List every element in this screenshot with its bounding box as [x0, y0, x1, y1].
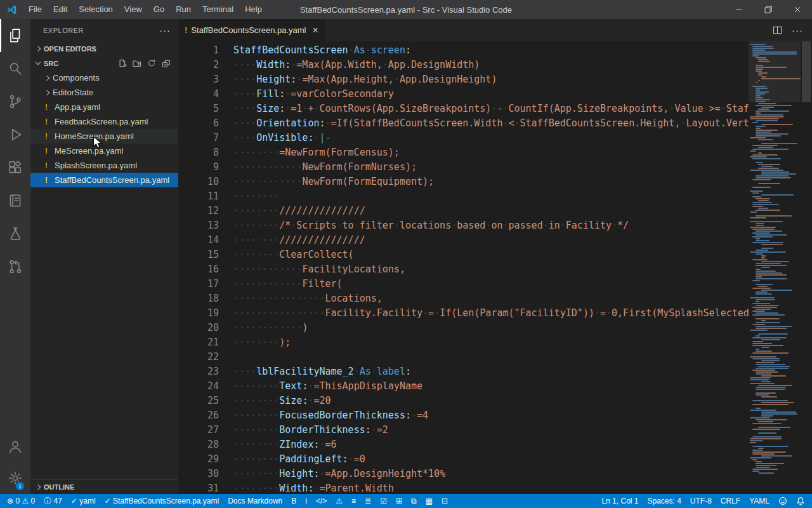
image-icon[interactable]: ▦	[421, 494, 437, 508]
file-label: FeedbackScreen.pa.yaml	[55, 117, 148, 126]
folder-components[interactable]: Components	[30, 70, 178, 85]
table-icon[interactable]: ⊡	[437, 494, 452, 508]
italic-button[interactable]: i	[301, 494, 311, 508]
file-mescreen-pa-yaml[interactable]: !MeScreen.pa.yaml	[30, 144, 178, 158]
link-icon[interactable]: ⧉	[407, 494, 421, 508]
menu-help[interactable]: Help	[239, 0, 268, 19]
indentation[interactable]: Spaces: 4	[643, 494, 685, 508]
file-check-label: ✓ StaffBedCountsScreen.pa.yaml	[105, 497, 219, 505]
code-line: ····Size:·=1·+·CountRows(App.SizeBreakpo…	[233, 102, 749, 116]
menu-view[interactable]: View	[119, 0, 148, 19]
insert-snippet-icon[interactable]: ⊞	[391, 494, 407, 508]
numbered-list-icon[interactable]: ≣	[360, 494, 376, 508]
file-check[interactable]: ✓ StaffBedCountsScreen.pa.yaml	[100, 494, 224, 508]
line-number: 28	[178, 438, 219, 452]
src-section[interactable]: SRC	[30, 56, 178, 70]
code-line: ········/*·Scripts·to·filter·locations·b…	[233, 218, 749, 233]
cursor-position[interactable]: Ln 1, Col 1	[597, 494, 643, 508]
warning-badge: !	[42, 103, 51, 112]
activity-bottom: 1	[0, 431, 30, 494]
task-list-icon[interactable]: ☑	[376, 494, 391, 508]
eol-sequence[interactable]: CRLF	[716, 494, 745, 508]
run-and-debug-icon[interactable]	[0, 118, 30, 151]
editor-scrollbar[interactable]	[801, 41, 812, 494]
line-numbers: 1234567891011121314151617181920212223242…	[178, 41, 233, 494]
tab-label: StaffBedCountsScreen.pa.yaml	[191, 25, 306, 35]
extensions-icon[interactable]	[0, 151, 30, 184]
alert-icon-label: ⚠	[336, 497, 343, 505]
settings-icon[interactable]: 1	[0, 462, 30, 494]
line-number: 2	[178, 58, 219, 72]
outline-section[interactable]: OUTLINE	[30, 479, 178, 494]
notebook-icon[interactable]	[0, 184, 30, 217]
explorer-sidebar: EXPLORER ··· OPEN EDITORS SRC Components…	[30, 19, 178, 494]
feedback-smiley[interactable]	[774, 494, 792, 508]
menu-selection[interactable]: Selection	[73, 0, 118, 19]
chevron-down-icon	[36, 60, 41, 65]
editor-actions: ···	[772, 19, 812, 41]
file-label: SplashScreen.pa.yaml	[55, 161, 137, 170]
language-mode[interactable]: YAML	[745, 494, 774, 508]
file-homescreen-pa-yaml[interactable]: !HomeScreen.pa.yaml	[30, 129, 178, 144]
close-button[interactable]	[783, 0, 812, 19]
code-line: ········///////////////	[233, 233, 749, 248]
line-number: 24	[178, 379, 219, 394]
chevron-right-icon	[36, 485, 41, 490]
file-splashscreen-pa-yaml[interactable]: !SplashScreen.pa.yaml	[30, 158, 178, 173]
file-label: StaffBedCountsScreen.pa.yaml	[55, 175, 169, 185]
source-control-icon[interactable]	[0, 85, 30, 118]
bold-button[interactable]: B	[287, 494, 301, 508]
code-editor[interactable]: 1234567891011121314151617181920212223242…	[178, 41, 812, 494]
file-staffbedcountsscreen-pa-yaml[interactable]: !StaffBedCountsScreen.pa.yaml	[30, 173, 178, 187]
refresh-icon[interactable]	[147, 59, 156, 68]
collapse-all-icon[interactable]	[162, 59, 171, 68]
problems-label: ⊗ 0 ⚠ 0	[7, 497, 35, 505]
restore-button[interactable]	[754, 0, 783, 19]
file-feedbackscreen-pa-yaml[interactable]: !FeedbackScreen.pa.yaml	[30, 114, 178, 129]
notifications-bell[interactable]	[792, 494, 809, 508]
code-line: ········ClearCollect(	[233, 248, 749, 262]
tab-staffbedcountsscreen[interactable]: ! StaffBedCountsScreen.pa.yaml ×	[178, 19, 325, 41]
new-folder-icon[interactable]	[133, 59, 141, 68]
pull-requests-icon[interactable]	[0, 250, 30, 283]
yaml-check[interactable]: ✓ yaml	[67, 494, 100, 508]
encoding[interactable]: UTF-8	[686, 494, 716, 508]
code-line: ········Width:·=Parent.Width	[233, 481, 749, 494]
open-editors-section[interactable]: OPEN EDITORS	[30, 41, 178, 56]
file-app-pa-yaml[interactable]: !App.pa.yaml	[30, 100, 178, 114]
line-number: 1	[178, 43, 219, 58]
testing-icon[interactable]	[0, 217, 30, 250]
editor-more-actions-icon[interactable]: ···	[792, 25, 803, 36]
line-number: 5	[178, 102, 219, 116]
code-line: ········Text:·=ThisAppDisplayName	[233, 379, 749, 394]
info-count[interactable]: ⓘ 47	[39, 494, 67, 508]
minimize-button[interactable]	[724, 0, 754, 19]
problems[interactable]: ⊗ 0 ⚠ 0	[3, 494, 39, 508]
menu-terminal[interactable]: Terminal	[197, 0, 239, 19]
search-icon[interactable]	[0, 52, 30, 85]
code-line: ············NewForm(FormNurses);	[233, 160, 749, 175]
accounts-icon[interactable]	[0, 431, 30, 462]
folder-editorstate[interactable]: EditorState	[30, 85, 178, 100]
minimap[interactable]	[749, 41, 801, 494]
menu-edit[interactable]: Edit	[48, 0, 73, 19]
alert-icon[interactable]: ⚠	[331, 494, 347, 508]
bulleted-list-icon[interactable]: ≡	[347, 494, 360, 508]
titlebar: FileEditSelectionViewGoRunTerminalHelp S…	[0, 0, 812, 19]
code-content[interactable]: StaffBedCountsScreen·As·screen:····Width…	[233, 41, 749, 494]
cursor-position-label: Ln 1, Col 1	[601, 497, 638, 505]
explorer-icon[interactable]	[0, 19, 30, 52]
tab-close-icon[interactable]: ×	[313, 25, 318, 36]
menu-run[interactable]: Run	[170, 0, 197, 19]
menu-go[interactable]: Go	[148, 0, 170, 19]
docs-markdown[interactable]: Docs Markdown	[223, 494, 287, 508]
scrollbar-thumb[interactable]	[802, 41, 811, 102]
menu-file[interactable]: File	[23, 0, 48, 19]
language-mode-label: YAML	[749, 497, 769, 505]
new-file-icon[interactable]	[118, 59, 127, 68]
line-number: 10	[178, 175, 219, 189]
explorer-more-actions-icon[interactable]: ···	[159, 25, 171, 36]
code-block-icon[interactable]: </>	[311, 494, 331, 508]
split-editor-icon[interactable]	[772, 25, 783, 36]
line-number: 12	[178, 204, 219, 218]
